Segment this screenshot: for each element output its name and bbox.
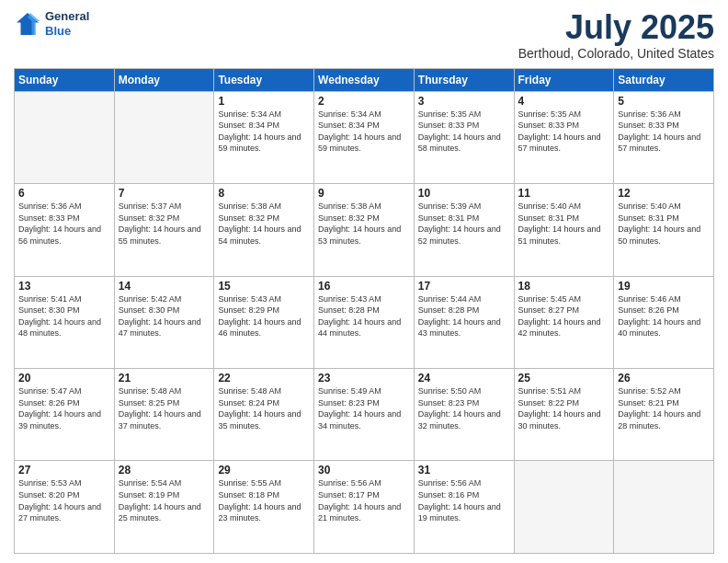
day-info: Sunrise: 5:38 AM Sunset: 8:32 PM Dayligh…	[318, 201, 410, 247]
day-info: Sunrise: 5:44 AM Sunset: 8:28 PM Dayligh…	[418, 293, 510, 339]
calendar-cell: 12Sunrise: 5:40 AM Sunset: 8:31 PM Dayli…	[614, 184, 714, 276]
day-info: Sunrise: 5:34 AM Sunset: 8:34 PM Dayligh…	[218, 109, 310, 155]
day-info: Sunrise: 5:35 AM Sunset: 8:33 PM Dayligh…	[518, 109, 610, 155]
calendar-cell: 22Sunrise: 5:48 AM Sunset: 8:24 PM Dayli…	[214, 369, 314, 461]
calendar-cell: 31Sunrise: 5:56 AM Sunset: 8:16 PM Dayli…	[414, 461, 514, 554]
day-number: 24	[418, 372, 510, 385]
calendar-cell: 5Sunrise: 5:36 AM Sunset: 8:33 PM Daylig…	[614, 91, 714, 183]
day-info: Sunrise: 5:36 AM Sunset: 8:33 PM Dayligh…	[18, 201, 110, 247]
day-info: Sunrise: 5:56 AM Sunset: 8:17 PM Dayligh…	[318, 477, 410, 523]
day-number: 15	[218, 280, 310, 293]
week-row-3: 13Sunrise: 5:41 AM Sunset: 8:30 PM Dayli…	[15, 276, 714, 368]
calendar-cell: 19Sunrise: 5:46 AM Sunset: 8:26 PM Dayli…	[614, 276, 714, 368]
col-sunday: Sunday	[15, 68, 115, 91]
day-info: Sunrise: 5:54 AM Sunset: 8:19 PM Dayligh…	[119, 477, 210, 523]
calendar-cell: 3Sunrise: 5:35 AM Sunset: 8:33 PM Daylig…	[414, 91, 514, 183]
calendar-cell: 15Sunrise: 5:43 AM Sunset: 8:29 PM Dayli…	[214, 276, 314, 368]
day-info: Sunrise: 5:43 AM Sunset: 8:29 PM Dayligh…	[218, 293, 310, 339]
day-number: 30	[318, 464, 410, 477]
calendar-cell: 2Sunrise: 5:34 AM Sunset: 8:34 PM Daylig…	[314, 91, 415, 183]
calendar-cell: 17Sunrise: 5:44 AM Sunset: 8:28 PM Dayli…	[414, 276, 514, 368]
col-wednesday: Wednesday	[314, 68, 415, 91]
calendar-cell: 30Sunrise: 5:56 AM Sunset: 8:17 PM Dayli…	[314, 461, 415, 554]
calendar-cell: 24Sunrise: 5:50 AM Sunset: 8:23 PM Dayli…	[414, 369, 514, 461]
week-row-2: 6Sunrise: 5:36 AM Sunset: 8:33 PM Daylig…	[15, 184, 714, 276]
day-info: Sunrise: 5:38 AM Sunset: 8:32 PM Dayligh…	[218, 201, 310, 247]
col-saturday: Saturday	[614, 68, 714, 91]
col-monday: Monday	[114, 68, 214, 91]
day-number: 1	[218, 95, 310, 108]
day-number: 29	[218, 464, 310, 477]
day-info: Sunrise: 5:53 AM Sunset: 8:20 PM Dayligh…	[18, 477, 110, 523]
calendar-cell: 29Sunrise: 5:55 AM Sunset: 8:18 PM Dayli…	[214, 461, 314, 554]
logo: General Blue	[14, 9, 89, 38]
day-info: Sunrise: 5:45 AM Sunset: 8:27 PM Dayligh…	[518, 293, 610, 339]
day-number: 12	[618, 187, 710, 200]
calendar-header-row: Sunday Monday Tuesday Wednesday Thursday…	[15, 68, 714, 91]
day-number: 19	[618, 280, 710, 293]
day-number: 13	[18, 280, 110, 293]
title-area: July 2025 Berthoud, Colorado, United Sta…	[518, 9, 714, 61]
calendar-cell: 10Sunrise: 5:39 AM Sunset: 8:31 PM Dayli…	[414, 184, 514, 276]
day-number: 25	[518, 372, 610, 385]
day-number: 20	[18, 372, 110, 385]
day-info: Sunrise: 5:46 AM Sunset: 8:26 PM Dayligh…	[618, 293, 710, 339]
calendar-cell	[514, 461, 614, 554]
day-number: 26	[618, 372, 710, 385]
day-number: 3	[418, 95, 510, 108]
calendar-cell: 20Sunrise: 5:47 AM Sunset: 8:26 PM Dayli…	[15, 369, 115, 461]
calendar-cell: 27Sunrise: 5:53 AM Sunset: 8:20 PM Dayli…	[15, 461, 115, 554]
day-number: 5	[618, 95, 710, 108]
day-info: Sunrise: 5:48 AM Sunset: 8:25 PM Dayligh…	[119, 385, 210, 431]
calendar-cell	[15, 91, 115, 183]
logo-text: General Blue	[45, 9, 89, 38]
calendar-cell: 11Sunrise: 5:40 AM Sunset: 8:31 PM Dayli…	[514, 184, 614, 276]
day-number: 16	[318, 280, 410, 293]
calendar: Sunday Monday Tuesday Wednesday Thursday…	[14, 68, 714, 554]
day-info: Sunrise: 5:52 AM Sunset: 8:21 PM Dayligh…	[618, 385, 710, 431]
day-info: Sunrise: 5:56 AM Sunset: 8:16 PM Dayligh…	[418, 477, 510, 523]
day-number: 17	[418, 280, 510, 293]
col-thursday: Thursday	[414, 68, 514, 91]
day-number: 4	[518, 95, 610, 108]
day-info: Sunrise: 5:36 AM Sunset: 8:33 PM Dayligh…	[618, 109, 710, 155]
col-friday: Friday	[514, 68, 614, 91]
day-info: Sunrise: 5:43 AM Sunset: 8:28 PM Dayligh…	[318, 293, 410, 339]
calendar-cell: 21Sunrise: 5:48 AM Sunset: 8:25 PM Dayli…	[114, 369, 214, 461]
day-number: 7	[119, 187, 210, 200]
day-number: 23	[318, 372, 410, 385]
calendar-cell: 8Sunrise: 5:38 AM Sunset: 8:32 PM Daylig…	[214, 184, 314, 276]
col-tuesday: Tuesday	[214, 68, 314, 91]
day-info: Sunrise: 5:34 AM Sunset: 8:34 PM Dayligh…	[318, 109, 410, 155]
day-number: 14	[119, 280, 210, 293]
week-row-5: 27Sunrise: 5:53 AM Sunset: 8:20 PM Dayli…	[15, 461, 714, 554]
day-number: 6	[18, 187, 110, 200]
calendar-cell: 28Sunrise: 5:54 AM Sunset: 8:19 PM Dayli…	[114, 461, 214, 554]
day-info: Sunrise: 5:49 AM Sunset: 8:23 PM Dayligh…	[318, 385, 410, 431]
week-row-4: 20Sunrise: 5:47 AM Sunset: 8:26 PM Dayli…	[15, 369, 714, 461]
day-number: 8	[218, 187, 310, 200]
logo-icon	[14, 10, 41, 38]
calendar-cell: 13Sunrise: 5:41 AM Sunset: 8:30 PM Dayli…	[15, 276, 115, 368]
day-info: Sunrise: 5:39 AM Sunset: 8:31 PM Dayligh…	[418, 201, 510, 247]
day-info: Sunrise: 5:55 AM Sunset: 8:18 PM Dayligh…	[218, 477, 310, 523]
calendar-cell	[614, 461, 714, 554]
day-info: Sunrise: 5:50 AM Sunset: 8:23 PM Dayligh…	[418, 385, 510, 431]
calendar-cell: 7Sunrise: 5:37 AM Sunset: 8:32 PM Daylig…	[114, 184, 214, 276]
calendar-cell: 26Sunrise: 5:52 AM Sunset: 8:21 PM Dayli…	[614, 369, 714, 461]
day-number: 28	[119, 464, 210, 477]
calendar-cell: 25Sunrise: 5:51 AM Sunset: 8:22 PM Dayli…	[514, 369, 614, 461]
page: General Blue July 2025 Berthoud, Colorad…	[0, 0, 728, 563]
day-info: Sunrise: 5:42 AM Sunset: 8:30 PM Dayligh…	[119, 293, 210, 339]
day-info: Sunrise: 5:41 AM Sunset: 8:30 PM Dayligh…	[18, 293, 110, 339]
main-title: July 2025	[518, 9, 714, 46]
day-number: 9	[318, 187, 410, 200]
day-number: 10	[418, 187, 510, 200]
calendar-cell: 9Sunrise: 5:38 AM Sunset: 8:32 PM Daylig…	[314, 184, 415, 276]
day-info: Sunrise: 5:47 AM Sunset: 8:26 PM Dayligh…	[18, 385, 110, 431]
calendar-cell: 6Sunrise: 5:36 AM Sunset: 8:33 PM Daylig…	[15, 184, 115, 276]
day-number: 11	[518, 187, 610, 200]
day-info: Sunrise: 5:35 AM Sunset: 8:33 PM Dayligh…	[418, 109, 510, 155]
calendar-cell: 16Sunrise: 5:43 AM Sunset: 8:28 PM Dayli…	[314, 276, 415, 368]
calendar-cell: 18Sunrise: 5:45 AM Sunset: 8:27 PM Dayli…	[514, 276, 614, 368]
